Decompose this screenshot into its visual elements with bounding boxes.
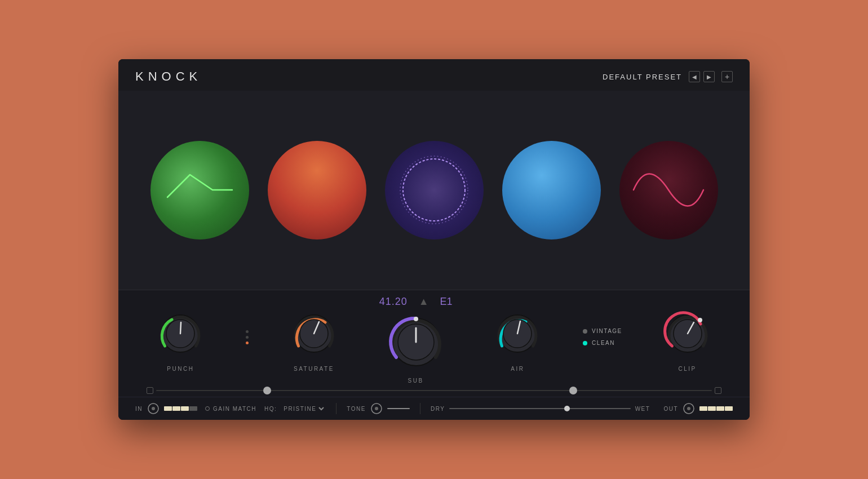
vintage-label: VINTAGE (592, 328, 622, 334)
svg-line-4 (180, 322, 181, 334)
sub-arrow-icon: ▲ (419, 296, 429, 308)
preset-name: DEFAULT PRESET (603, 73, 682, 81)
in-knob-icon[interactable] (147, 402, 160, 415)
clip-sine-icon (619, 141, 718, 239)
preset-add-button[interactable]: + (721, 71, 733, 82)
out-seg-3 (716, 406, 724, 411)
air-knob-group: AIR (492, 308, 543, 372)
meter-seg-4 (189, 406, 197, 411)
range-left-bracket[interactable] (147, 387, 153, 394)
knobs-row: PUNCH SATURATE (118, 290, 750, 384)
vintage-mode-option[interactable]: VINTAGE (583, 328, 622, 334)
in-label: IN (135, 406, 143, 412)
orb-punch[interactable] (150, 141, 249, 239)
dot-3 (246, 341, 249, 344)
footer-row: IN GAIN MATCH HQ: (118, 397, 750, 420)
tone-line (387, 408, 410, 409)
sub-knob-label: SUB (408, 378, 424, 384)
sub-group: 41.20 ▲ E1 SUB (379, 296, 453, 384)
dot-1 (246, 330, 249, 333)
dot-2 (246, 336, 249, 339)
out-seg-1 (699, 406, 707, 411)
dry-wet-thumb[interactable] (564, 406, 570, 411)
saturate-knob[interactable] (289, 308, 339, 359)
orb-sub[interactable] (385, 141, 484, 239)
clip-knob-label: CLIP (678, 366, 696, 372)
clean-dot (583, 341, 587, 345)
app-logo: KNOCK (135, 69, 202, 84)
range-thumb-left[interactable] (263, 387, 271, 394)
header: KNOCK DEFAULT PRESET ◀ ▶ + (118, 59, 750, 91)
dots-separator (246, 330, 249, 344)
punch-knob-label: PUNCH (167, 366, 194, 372)
plugin-window: KNOCK DEFAULT PRESET ◀ ▶ + (118, 59, 750, 420)
hq-select[interactable]: PRISTINE HIGH MEDIUM (281, 405, 326, 413)
punch-envelope-icon (150, 141, 249, 239)
hq-label: HQ: (264, 406, 277, 412)
clean-mode-option[interactable]: CLEAN (583, 340, 622, 346)
out-seg-2 (708, 406, 716, 411)
air-knob[interactable] (492, 308, 543, 359)
footer-divider-1 (336, 403, 336, 414)
orb-air[interactable] (502, 141, 601, 239)
out-knob-icon[interactable] (683, 402, 695, 415)
clip-knob[interactable] (662, 308, 713, 359)
mode-toggle: VINTAGE CLEAN (583, 328, 622, 346)
svg-point-1 (400, 156, 468, 224)
out-seg-4 (725, 406, 733, 411)
clip-knob-group: CLIP (662, 308, 713, 372)
orb-punch-visual (150, 141, 249, 239)
orbs-section (118, 91, 750, 290)
air-knob-label: AIR (511, 366, 524, 372)
dry-label: DRY (431, 406, 445, 412)
svg-point-0 (403, 159, 465, 221)
range-thumb-right[interactable] (569, 387, 577, 394)
hq-group: HQ: PRISTINE HIGH MEDIUM (264, 405, 326, 413)
tone-group: TONE (347, 402, 410, 415)
sub-wobble-icon (385, 141, 484, 239)
sub-note-value: E1 (440, 296, 453, 308)
controls-section: PUNCH SATURATE (118, 290, 750, 420)
tone-knob-icon[interactable] (370, 402, 383, 415)
vintage-dot (583, 329, 587, 334)
svg-point-24 (687, 407, 690, 410)
sub-display: 41.20 ▲ E1 (379, 296, 453, 308)
dry-wet-area: DRY WET (431, 406, 650, 412)
meter-seg-1 (164, 406, 172, 411)
gain-match-label: GAIN MATCH (213, 406, 256, 412)
out-label: OUT (663, 406, 678, 412)
out-group: OUT (663, 402, 733, 415)
preset-area: DEFAULT PRESET ◀ ▶ + (603, 71, 733, 82)
meter-seg-3 (181, 406, 189, 411)
in-meter (164, 406, 197, 411)
preset-next-button[interactable]: ▶ (703, 71, 715, 82)
orb-clip[interactable] (619, 141, 718, 239)
svg-point-22 (375, 407, 378, 410)
orb-air-visual (502, 141, 601, 239)
range-right-bracket[interactable] (715, 387, 721, 394)
out-meter (699, 406, 733, 411)
range-row (118, 384, 750, 397)
svg-point-16 (698, 318, 702, 322)
meter-seg-2 (172, 406, 180, 411)
orb-sub-visual (385, 141, 484, 239)
gain-match-button[interactable]: GAIN MATCH (205, 406, 256, 412)
tone-label: TONE (347, 406, 366, 412)
sub-freq-value: 41.20 (379, 296, 408, 308)
svg-point-9 (414, 317, 418, 321)
orb-clip-visual (619, 141, 718, 239)
dry-wet-track (449, 408, 630, 409)
preset-nav: ◀ ▶ (689, 71, 715, 82)
sub-knob[interactable] (385, 311, 447, 373)
footer-divider-2 (420, 403, 420, 414)
saturate-knob-group: SATURATE (289, 308, 339, 372)
preset-prev-button[interactable]: ◀ (689, 71, 700, 82)
in-group: IN (135, 402, 197, 415)
orb-saturate-visual (268, 141, 366, 239)
punch-knob[interactable] (155, 308, 206, 359)
gain-match-dot (205, 406, 210, 411)
range-track (156, 390, 712, 391)
svg-point-20 (152, 407, 155, 410)
orb-saturate[interactable] (268, 141, 366, 239)
saturate-knob-label: SATURATE (294, 366, 334, 372)
